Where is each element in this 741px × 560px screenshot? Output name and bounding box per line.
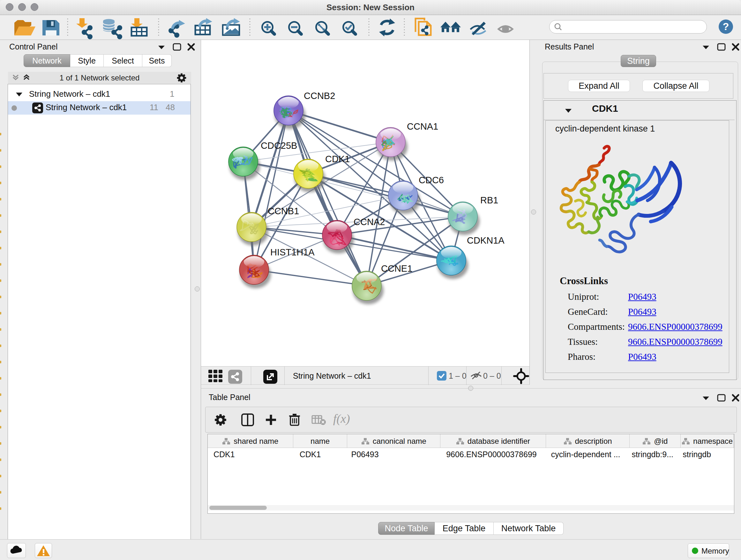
svg-text:CDK1: CDK1 <box>325 154 350 164</box>
svg-text:CCNB1: CCNB1 <box>268 206 299 216</box>
svg-text:CDC25B: CDC25B <box>261 140 297 151</box>
svg-text:CDC6: CDC6 <box>419 175 444 185</box>
svg-text:CCNE1: CCNE1 <box>381 263 412 273</box>
svg-text:RB1: RB1 <box>480 195 498 205</box>
svg-text:CCNA2: CCNA2 <box>354 217 385 227</box>
svg-text:CCNB2: CCNB2 <box>304 91 335 101</box>
svg-text:CDKN1A: CDKN1A <box>467 235 504 246</box>
svg-text:CCNA1: CCNA1 <box>407 121 438 132</box>
svg-text:HIST1H1A: HIST1H1A <box>270 247 315 257</box>
